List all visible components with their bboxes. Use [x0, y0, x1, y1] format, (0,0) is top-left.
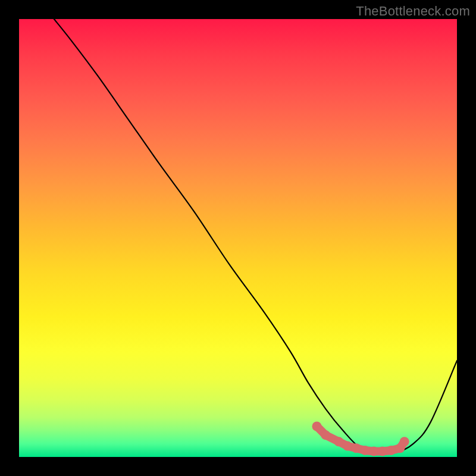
curve-path: [54, 19, 457, 453]
chart-svg: [19, 19, 457, 457]
highlight-dot: [321, 430, 330, 440]
chart-container: TheBottleneck.com: [0, 0, 476, 476]
highlight-dot: [378, 446, 387, 456]
highlight-dot: [369, 446, 378, 456]
highlight-dot: [334, 437, 343, 446]
plot-area: [19, 19, 457, 457]
highlight-dot: [360, 446, 369, 455]
highlight-dot: [312, 421, 321, 431]
watermark: TheBottleneck.com: [356, 4, 470, 19]
highlight-dot: [400, 437, 409, 446]
highlight-dot: [343, 441, 352, 451]
highlight-dot: [352, 443, 361, 453]
highlight-dot: [387, 446, 396, 455]
highlight-dots-group: [312, 421, 409, 456]
